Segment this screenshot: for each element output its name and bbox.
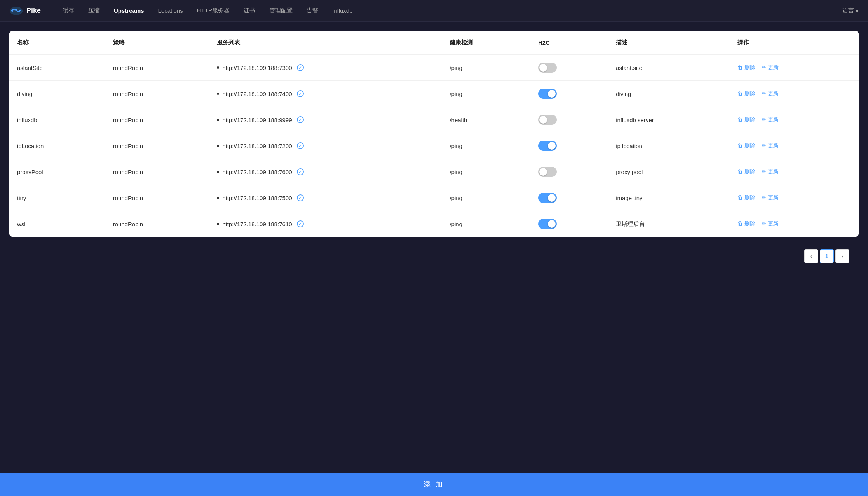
cell-description: image tiny bbox=[608, 185, 730, 211]
col-header-services: 服务列表 bbox=[209, 31, 442, 54]
cell-health: /ping bbox=[442, 185, 530, 211]
pagination-prev[interactable]: ‹ bbox=[804, 249, 818, 263]
h2c-toggle[interactable] bbox=[538, 193, 557, 203]
add-button[interactable]: 添 加 bbox=[0, 473, 868, 496]
service-url: http://172.18.109.188:7500 bbox=[222, 195, 292, 201]
nav-item-locations[interactable]: Locations bbox=[152, 5, 189, 16]
update-button[interactable]: ✏ 更新 bbox=[762, 90, 779, 97]
nav-item-http-server[interactable]: HTTP服务器 bbox=[191, 5, 236, 17]
cell-actions: 🗑 删除 ✏ 更新 bbox=[730, 159, 859, 185]
nav-items-container: 缓存 压缩 Upstreams Locations HTTP服务器 证书 管理配… bbox=[56, 5, 842, 17]
update-button[interactable]: ✏ 更新 bbox=[762, 142, 779, 149]
cell-description: influxdb server bbox=[608, 107, 730, 133]
update-button[interactable]: ✏ 更新 bbox=[762, 220, 779, 227]
cell-service-list: http://172.18.109.188:7610 ✓ bbox=[209, 211, 442, 237]
toggle-knob bbox=[539, 64, 547, 72]
app-logo[interactable]: Pike bbox=[9, 4, 41, 18]
pagination-page-1[interactable]: 1 bbox=[820, 249, 834, 263]
check-icon: ✓ bbox=[297, 116, 304, 123]
cell-actions: 🗑 删除 ✏ 更新 bbox=[730, 133, 859, 159]
check-icon: ✓ bbox=[297, 142, 304, 149]
cell-h2c[interactable] bbox=[530, 159, 608, 185]
service-url: http://172.18.109.188:7200 bbox=[222, 143, 292, 149]
bullet-icon bbox=[217, 145, 219, 147]
nav-item-upstreams[interactable]: Upstreams bbox=[108, 5, 150, 16]
nav-item-admin[interactable]: 管理配置 bbox=[263, 5, 299, 17]
h2c-toggle[interactable] bbox=[538, 115, 557, 125]
cell-health: /ping bbox=[442, 159, 530, 185]
cell-strategy: roundRobin bbox=[105, 54, 209, 81]
delete-button[interactable]: 🗑 删除 bbox=[737, 168, 755, 175]
language-selector[interactable]: 语言 ▾ bbox=[842, 7, 859, 14]
cell-name: tiny bbox=[9, 185, 105, 211]
cell-name: wsl bbox=[9, 211, 105, 237]
cell-description: diving bbox=[608, 81, 730, 107]
update-button[interactable]: ✏ 更新 bbox=[762, 168, 779, 175]
cell-actions: 🗑 删除 ✏ 更新 bbox=[730, 211, 859, 237]
cell-h2c[interactable] bbox=[530, 133, 608, 159]
cell-h2c[interactable] bbox=[530, 211, 608, 237]
toggle-knob bbox=[548, 142, 556, 150]
chevron-down-icon: ▾ bbox=[856, 7, 859, 14]
h2c-toggle[interactable] bbox=[538, 63, 557, 73]
actions-container: 🗑 删除 ✏ 更新 bbox=[737, 168, 851, 175]
delete-button[interactable]: 🗑 删除 bbox=[737, 64, 755, 71]
delete-button[interactable]: 🗑 删除 bbox=[737, 116, 755, 123]
cell-actions: 🗑 删除 ✏ 更新 bbox=[730, 185, 859, 211]
delete-button[interactable]: 🗑 删除 bbox=[737, 90, 755, 97]
actions-container: 🗑 删除 ✏ 更新 bbox=[737, 142, 851, 149]
service-url: http://172.18.109.188:7300 bbox=[222, 65, 292, 71]
service-url: http://172.18.109.188:7400 bbox=[222, 91, 292, 97]
h2c-toggle[interactable] bbox=[538, 141, 557, 151]
cell-h2c[interactable] bbox=[530, 81, 608, 107]
cell-h2c[interactable] bbox=[530, 54, 608, 81]
svg-point-1 bbox=[15, 9, 17, 11]
bullet-icon bbox=[217, 66, 219, 69]
delete-button[interactable]: 🗑 删除 bbox=[737, 142, 755, 149]
table-row: wsl roundRobin http://172.18.109.188:761… bbox=[9, 211, 859, 237]
toggle-knob bbox=[539, 116, 547, 124]
cell-strategy: roundRobin bbox=[105, 133, 209, 159]
actions-container: 🗑 删除 ✏ 更新 bbox=[737, 64, 851, 71]
cell-actions: 🗑 删除 ✏ 更新 bbox=[730, 54, 859, 81]
h2c-toggle[interactable] bbox=[538, 89, 557, 99]
actions-container: 🗑 删除 ✏ 更新 bbox=[737, 220, 851, 227]
col-header-name: 名称 bbox=[9, 31, 105, 54]
table-row: influxdb roundRobin http://172.18.109.18… bbox=[9, 107, 859, 133]
delete-button[interactable]: 🗑 删除 bbox=[737, 194, 755, 201]
nav-item-cache[interactable]: 缓存 bbox=[56, 5, 80, 17]
cell-health: /ping bbox=[442, 81, 530, 107]
nav-item-compress[interactable]: 压缩 bbox=[82, 5, 106, 17]
service-url: http://172.18.109.188:9999 bbox=[222, 117, 292, 123]
cell-description: ip location bbox=[608, 133, 730, 159]
upstreams-table-card: 名称 策略 服务列表 健康检测 H2C 描述 操作 aslantSite rou… bbox=[9, 31, 859, 237]
nav-item-influxdb[interactable]: Influxdb bbox=[326, 5, 359, 16]
update-button[interactable]: ✏ 更新 bbox=[762, 194, 779, 201]
cell-h2c[interactable] bbox=[530, 185, 608, 211]
update-button[interactable]: ✏ 更新 bbox=[762, 64, 779, 71]
pagination-next[interactable]: › bbox=[835, 249, 849, 263]
check-icon: ✓ bbox=[297, 168, 304, 175]
pagination: ‹ 1 › bbox=[9, 243, 859, 269]
cell-health: /ping bbox=[442, 54, 530, 81]
cell-description: 卫斯理后台 bbox=[608, 211, 730, 237]
nav-item-alert[interactable]: 告警 bbox=[300, 5, 324, 17]
nav-item-certificate[interactable]: 证书 bbox=[237, 5, 261, 17]
toggle-knob bbox=[548, 194, 556, 202]
cell-name: ipLocation bbox=[9, 133, 105, 159]
cell-description: aslant.site bbox=[608, 54, 730, 81]
delete-button[interactable]: 🗑 删除 bbox=[737, 220, 755, 227]
cell-name: diving bbox=[9, 81, 105, 107]
toggle-knob bbox=[539, 168, 547, 176]
cell-h2c[interactable] bbox=[530, 107, 608, 133]
cell-strategy: roundRobin bbox=[105, 211, 209, 237]
h2c-toggle[interactable] bbox=[538, 167, 557, 177]
cell-strategy: roundRobin bbox=[105, 107, 209, 133]
col-header-h2c: H2C bbox=[530, 31, 608, 54]
col-header-health: 健康检测 bbox=[442, 31, 530, 54]
cell-actions: 🗑 删除 ✏ 更新 bbox=[730, 81, 859, 107]
h2c-toggle[interactable] bbox=[538, 219, 557, 229]
col-header-description: 描述 bbox=[608, 31, 730, 54]
actions-container: 🗑 删除 ✏ 更新 bbox=[737, 116, 851, 123]
update-button[interactable]: ✏ 更新 bbox=[762, 116, 779, 123]
